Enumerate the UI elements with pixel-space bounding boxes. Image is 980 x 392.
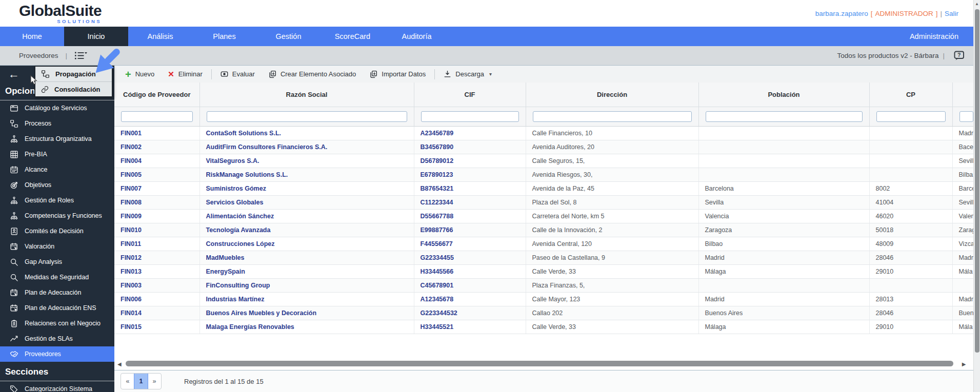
- table-row[interactable]: FIN008Servicios GlobalesC11223344Plaza d…: [114, 195, 980, 209]
- cell-cif[interactable]: H33445566: [414, 264, 526, 278]
- sidebar-item-comites-de-decision[interactable]: Comités de Decisión: [0, 223, 114, 239]
- cell-razon-social[interactable]: VitalSeguros S.A.: [199, 154, 414, 168]
- eliminar-button[interactable]: ✕Eliminar: [161, 66, 209, 82]
- column-header-codigo-de-proveedor[interactable]: Código de Proveedor: [114, 82, 199, 107]
- username-link[interactable]: barbara.zapatero: [815, 10, 868, 17]
- cell-codigo-de-proveedor[interactable]: FIN015: [114, 320, 199, 334]
- cell-codigo-de-proveedor[interactable]: FIN007: [114, 181, 199, 195]
- table-row[interactable]: FIN003FinConsulting GroupC45678901Plaza …: [114, 278, 980, 292]
- cell-cif[interactable]: F44556677: [414, 237, 526, 251]
- sidebar-item-relaciones-con-el-negocio[interactable]: Relaciones con el Negocio: [0, 316, 114, 331]
- filter-input-direccion[interactable]: [533, 111, 692, 122]
- table-row[interactable]: FIN009Alimentación SánchezD55667788Carre…: [114, 209, 980, 223]
- cell-cif[interactable]: E67890123: [414, 168, 526, 181]
- table-row[interactable]: FIN006Industrias MartínezA12345678Calle …: [114, 292, 980, 306]
- hscroll-left-arrow-icon[interactable]: ◀: [117, 361, 122, 367]
- cell-razon-social[interactable]: Industrias Martínez: [199, 292, 414, 306]
- evaluar-button[interactable]: Evaluar: [214, 66, 262, 82]
- vscroll-thumb[interactable]: [975, 9, 979, 353]
- cell-cif[interactable]: E99887766: [414, 223, 526, 237]
- cell-cif[interactable]: A12345678: [414, 292, 526, 306]
- sidebar-item-estructura-organizativa[interactable]: Estructura Organizativa: [0, 131, 114, 147]
- cell-codigo-de-proveedor[interactable]: FIN004: [114, 154, 199, 168]
- cell-codigo-de-proveedor[interactable]: FIN012: [114, 251, 199, 264]
- table-row[interactable]: FIN007Suministros GómezB87654321Avenida …: [114, 181, 980, 195]
- hscroll-right-arrow-icon[interactable]: ▶: [962, 361, 966, 367]
- table-row[interactable]: FIN013EnergySpainH33445566Calle Verde, 3…: [114, 264, 980, 278]
- cell-codigo-de-proveedor[interactable]: FIN003: [114, 278, 199, 292]
- nav-item-scorecard[interactable]: ScoreCard: [321, 27, 385, 46]
- pager-prev-button[interactable]: «: [121, 374, 134, 389]
- crear-elemento-asociado-button[interactable]: Crear Elemento Asociado: [262, 66, 363, 82]
- cell-codigo-de-proveedor[interactable]: FIN009: [114, 209, 199, 223]
- table-row[interactable]: FIN005RiskManage Solutions S.L.E67890123…: [114, 168, 980, 181]
- cell-razon-social[interactable]: Suministros Gómez: [199, 181, 414, 195]
- cell-codigo-de-proveedor[interactable]: FIN006: [114, 292, 199, 306]
- list-caret-icon[interactable]: [74, 51, 88, 60]
- sidebar-item-proveedores[interactable]: Proveedores: [0, 346, 114, 362]
- question-bubble-icon[interactable]: ?: [954, 51, 965, 61]
- nav-item-analisis[interactable]: Análisis: [128, 27, 192, 46]
- cell-cif[interactable]: H33445521: [414, 320, 526, 334]
- sidebar-item-valoracion[interactable]: Valoración: [0, 239, 114, 254]
- sidebar-item-procesos[interactable]: Procesos: [0, 116, 114, 131]
- cell-codigo-de-proveedor[interactable]: FIN008: [114, 195, 199, 209]
- column-header-poblacion[interactable]: Población: [698, 82, 869, 107]
- cell-codigo-de-proveedor[interactable]: FIN011: [114, 237, 199, 251]
- filter-input-cif[interactable]: [421, 111, 519, 122]
- cell-codigo-de-proveedor[interactable]: FIN001: [114, 126, 199, 140]
- filter-input-cp[interactable]: [876, 111, 946, 122]
- sidebar-item-pre-bia[interactable]: Pre-BIA: [0, 147, 114, 162]
- cell-cif[interactable]: C11223344: [414, 195, 526, 209]
- nav-item-home[interactable]: Home: [0, 27, 64, 46]
- nav-item-gestion[interactable]: Gestión: [256, 27, 321, 46]
- table-row[interactable]: FIN004VitalSeguros S.A.D56789012Calle Se…: [114, 154, 980, 168]
- pager-next-button[interactable]: »: [148, 374, 161, 389]
- cell-razon-social[interactable]: EnergySpain: [199, 264, 414, 278]
- cell-razon-social[interactable]: AuditFirm Consultores Financieros S.A.: [199, 140, 414, 154]
- filter-input-poblacion[interactable]: [706, 111, 863, 122]
- context-menu-item-propagacion[interactable]: Propagación: [35, 67, 112, 81]
- cell-razon-social[interactable]: Alimentación Sánchez: [199, 209, 414, 223]
- sidebar-item-catalogo-de-servicios[interactable]: Catálogo de Servicios: [0, 100, 114, 116]
- cell-cif[interactable]: C45678901: [414, 278, 526, 292]
- cell-razon-social[interactable]: Malaga Energías Renovables: [199, 320, 414, 334]
- cell-razon-social[interactable]: FinConsulting Group: [199, 278, 414, 292]
- filter-input-clipped[interactable]: [959, 111, 973, 122]
- cell-razon-social[interactable]: RiskManage Solutions S.L.: [199, 168, 414, 181]
- cell-razon-social[interactable]: Buenos Aires Muebles y Decoración: [199, 306, 414, 320]
- cell-razon-social[interactable]: ContaSoft Solutions S.L.: [199, 126, 414, 140]
- hscroll-thumb[interactable]: [126, 361, 953, 366]
- sidebar-item-competencias-y-funciones[interactable]: Competencias y Funciones: [0, 208, 114, 223]
- cell-codigo-de-proveedor[interactable]: FIN005: [114, 168, 199, 181]
- sidebar-item-alcance[interactable]: Alcance: [0, 162, 114, 177]
- sidebar-item-medidas-de-seguridad[interactable]: Medidas de Seguridad: [0, 270, 114, 285]
- column-header-cif[interactable]: CIF: [414, 82, 526, 107]
- nav-item-planes[interactable]: Planes: [192, 27, 256, 46]
- cell-razon-social[interactable]: Construcciones López: [199, 237, 414, 251]
- table-row[interactable]: FIN012MadMueblesG22334455Paseo de la Cas…: [114, 251, 980, 264]
- cell-cif[interactable]: D55667788: [414, 209, 526, 223]
- cell-cif[interactable]: G223344532: [414, 306, 526, 320]
- column-header-razon-social[interactable]: Razón Social: [199, 82, 414, 107]
- importar-datos-button[interactable]: Importar Datos: [363, 66, 432, 82]
- cell-cif[interactable]: A23456789: [414, 126, 526, 140]
- cell-codigo-de-proveedor[interactable]: FIN010: [114, 223, 199, 237]
- descarga-button[interactable]: Descarga▾: [437, 66, 498, 82]
- cell-codigo-de-proveedor[interactable]: FIN013: [114, 264, 199, 278]
- context-menu-item-consolidacion[interactable]: Consolidación: [35, 81, 112, 96]
- sidebar-item-gestion-de-slas[interactable]: Gestión de SLAs: [0, 331, 114, 346]
- cell-cif[interactable]: D56789012: [414, 154, 526, 168]
- cell-cif[interactable]: B87654321: [414, 181, 526, 195]
- nav-item-inicio[interactable]: Inicio: [64, 27, 128, 46]
- column-header-direccion[interactable]: Dirección: [526, 82, 698, 107]
- sidebar-item-categorizacion-sistema[interactable]: Categorización Sistema: [0, 381, 114, 392]
- nuevo-button[interactable]: +Nuevo: [118, 66, 161, 82]
- table-row[interactable]: FIN002AuditFirm Consultores Financieros …: [114, 140, 980, 154]
- sidebar-item-objetivos[interactable]: Objetivos: [0, 177, 114, 193]
- sidebar-back-button[interactable]: ←: [8, 69, 19, 80]
- cell-razon-social[interactable]: MadMuebles: [199, 251, 414, 264]
- cell-razon-social[interactable]: Servicios Globales: [199, 195, 414, 209]
- sidebar-item-plan-de-adecuacion-ens[interactable]: Plan de Adecuación ENS: [0, 300, 114, 316]
- nav-item-auditoria[interactable]: Auditoría: [385, 27, 449, 46]
